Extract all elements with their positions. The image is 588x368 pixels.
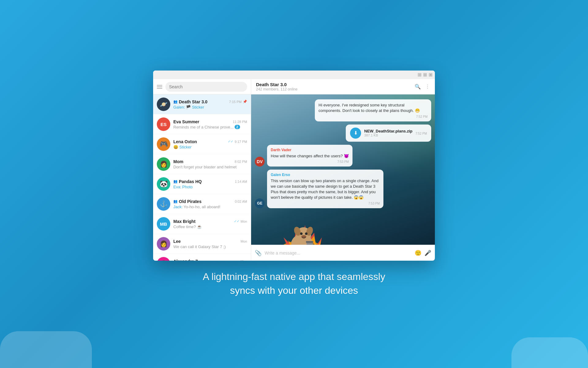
conv-top: Eva Summer 11:28 PM <box>173 119 247 124</box>
conv-content: 👥 Pandas HQ 1:14 AM Eva: Photo <box>173 179 247 189</box>
conv-top: 👥 Pandas HQ 1:14 AM <box>173 179 247 184</box>
conv-top: Lena Oxton ✓✓ 9:17 PM <box>173 139 247 144</box>
close-button[interactable]: ✕ <box>429 73 432 77</box>
chat-area: Death Star 3.0 242 members, 112 online 🔍… <box>251 79 435 261</box>
conv-preview: Reminds me of a Chinese prove... 2 <box>173 125 247 129</box>
sender-avatar: DV <box>255 157 265 167</box>
badge: 2 <box>235 125 240 129</box>
check-icon: ✓✓ <box>228 140 233 144</box>
conv-preview: Coffee time? ☕ <box>173 224 247 229</box>
app-body: 🪐 👥 Death Star 3.0 7:15 PM 📌 <box>153 79 435 261</box>
sidebar-header <box>153 79 251 94</box>
chat-title-area: Death Star 3.0 242 members, 112 online <box>256 82 297 91</box>
conv-top: 👥 Death Star 3.0 7:15 PM 📌 <box>173 99 247 104</box>
cloud-decoration-right <box>511 337 588 368</box>
message-bubble: Hi everyone. I've redesigned some key st… <box>315 99 431 121</box>
conv-top: 👥 Old Pirates 0:02 AM <box>173 199 247 204</box>
list-item[interactable]: 👩 Mom 8:02 PM Don't forget your blaster … <box>153 154 251 174</box>
chat-title: Death Star 3.0 <box>256 82 297 87</box>
conv-preview: 😀 Sticker <box>173 145 247 149</box>
cloud-decoration-left <box>0 331 92 368</box>
conv-preview: Galen: 🏴 Sticker <box>173 105 247 109</box>
chat-input-bar: 📎 🙂 🎤 <box>251 245 435 261</box>
list-item[interactable]: 👩 Lee Mon We can call it Galaxy Star 7 ;… <box>153 234 251 254</box>
voice-icon[interactable]: 🎤 <box>424 250 431 256</box>
list-item[interactable]: 🐼 👥 Pandas HQ 1:14 AM Eva: Photo <box>153 174 251 194</box>
group-icon: 👥 <box>173 199 178 203</box>
conversation-list: 🪐 👥 Death Star 3.0 7:15 PM 📌 <box>153 94 251 261</box>
sender-name: Darth Vader <box>271 148 349 152</box>
avatar: 🐼 <box>157 177 170 191</box>
svg-point-7 <box>300 232 303 235</box>
message-time: 7:53 PM <box>271 160 349 163</box>
message-text: This version can blow up two planets on … <box>271 178 380 201</box>
tagline-line1: A lightning-fast native app that seamles… <box>203 270 385 284</box>
conv-content: Lee Mon We can call it Galaxy Star 7 ;) <box>173 239 247 249</box>
avatar: 👩 <box>157 237 170 251</box>
sender-name: Galen Erso <box>271 173 380 177</box>
message-text: Hi everyone. I've redesigned some key st… <box>318 102 428 113</box>
conv-top: Lee Mon <box>173 239 247 244</box>
message-with-avatar: DV Darth Vader How will these changes af… <box>255 145 431 167</box>
maximize-button[interactable]: □ <box>423 73 427 77</box>
list-item[interactable]: 🎮 Lena Oxton ✓✓ 9:17 PM 😀 Sticker <box>153 134 251 154</box>
list-item[interactable]: 🪐 👥 Death Star 3.0 7:15 PM 📌 <box>153 94 251 114</box>
pinned-icon: 📌 <box>243 100 247 104</box>
conv-name: 👥 Pandas HQ <box>173 179 202 184</box>
message-bubble: Galen Erso This version can blow up two … <box>267 170 383 208</box>
list-item[interactable]: MB Max Bright ✓✓ Mon Coffee time? ☕ <box>153 214 251 234</box>
search-icon[interactable]: 🔍 <box>415 84 421 90</box>
list-item[interactable]: ES Eva Summer 11:28 PM Reminds me of a C… <box>153 114 251 134</box>
conv-name: 👥 Old Pirates <box>173 199 202 204</box>
sticker-message <box>268 211 336 245</box>
chat-messages: Hi everyone. I've redesigned some key st… <box>251 94 435 245</box>
list-item[interactable]: ⚓ 👥 Old Pirates 0:02 AM Jack: Yo-ho-ho, … <box>153 194 251 214</box>
avatar: MB <box>157 217 170 231</box>
conv-top: Alexandra Z Mon <box>173 259 247 261</box>
list-item[interactable]: 👩 Alexandra Z Mon Workout_Shedule.pdf <box>153 254 251 261</box>
sender-avatar: GE <box>255 198 265 208</box>
conv-top: Mom 8:02 PM <box>173 159 247 164</box>
chat-subtitle: 242 members, 112 online <box>256 87 297 91</box>
tagline-line2: syncs with your other devices <box>203 284 385 297</box>
file-download-icon[interactable]: ⬇ <box>350 128 361 139</box>
svg-point-8 <box>305 232 307 235</box>
conv-content: 👥 Old Pirates 0:02 AM Jack: Yo-ho-ho, al… <box>173 199 247 209</box>
file-name: NEW_DeathStar.plans.zip <box>364 129 412 133</box>
avatar: 🪐 <box>157 98 170 111</box>
message-time: 7:53 PM <box>271 202 380 205</box>
check-icon: ✓✓ <box>234 219 239 223</box>
avatar: ES <box>157 117 170 131</box>
group-icon: 👥 <box>173 179 178 183</box>
svg-rect-11 <box>306 241 313 243</box>
chat-header: Death Star 3.0 242 members, 112 online 🔍… <box>251 79 435 94</box>
file-size: 387.1 KB <box>364 133 412 137</box>
conv-top: Max Bright ✓✓ Mon <box>173 219 247 224</box>
conv-content: Max Bright ✓✓ Mon Coffee time? ☕ <box>173 219 247 229</box>
avatar: 👩 <box>157 257 170 261</box>
conv-content: Lena Oxton ✓✓ 9:17 PM 😀 Sticker <box>173 139 247 149</box>
search-input[interactable] <box>169 84 243 89</box>
avatar: ⚓ <box>157 197 170 211</box>
more-icon[interactable]: ⋮ <box>425 84 430 90</box>
conv-content: 👥 Death Star 3.0 7:15 PM 📌 Galen: 🏴 Stic… <box>173 99 247 109</box>
tagline: A lightning-fast native app that seamles… <box>203 270 385 297</box>
title-bar: ─ □ ✕ <box>153 71 435 79</box>
search-box[interactable] <box>165 82 247 92</box>
sidebar: 🪐 👥 Death Star 3.0 7:15 PM 📌 <box>153 79 251 261</box>
app-window: ─ □ ✕ 🪐 <box>153 71 435 261</box>
group-icon: 👥 <box>173 100 178 104</box>
conv-preview: Jack: Yo-ho-ho, all aboard! <box>173 205 247 209</box>
conv-content: Mom 8:02 PM Don't forget your blaster an… <box>173 159 247 169</box>
conv-preview: Don't forget your blaster and helmet <box>173 165 247 169</box>
message-with-avatar: GE Galen Erso This version can blow up t… <box>255 170 431 208</box>
conv-name: 👥 Death Star 3.0 <box>173 99 207 104</box>
minimize-button[interactable]: ─ <box>418 73 421 77</box>
attachment-icon[interactable]: 📎 <box>255 250 262 256</box>
file-message: ⬇ NEW_DeathStar.plans.zip 387.1 KB 7:52 … <box>346 125 431 142</box>
message-input[interactable] <box>265 251 412 255</box>
hamburger-icon[interactable] <box>157 85 162 89</box>
conv-preview: Eva: Photo <box>173 185 247 189</box>
conv-content: Alexandra Z Mon Workout_Shedule.pdf <box>173 259 247 261</box>
emoji-icon[interactable]: 🙂 <box>415 250 421 256</box>
